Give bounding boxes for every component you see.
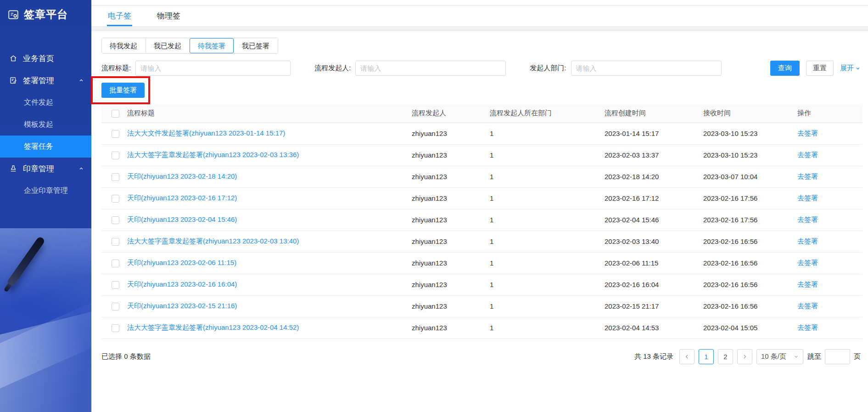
jump-page-input[interactable] xyxy=(825,349,850,364)
initiator-cell: zhiyuan123 xyxy=(412,295,490,317)
tab-physical-sign[interactable]: 物理签 xyxy=(157,6,180,26)
sidebar-item-file-initiate[interactable]: 文件发起 xyxy=(0,91,91,113)
row-checkbox[interactable] xyxy=(112,130,119,138)
header-process-initiator: 流程发起人 xyxy=(412,104,490,123)
header-actions: 操作 xyxy=(797,104,862,123)
department-cell: 1 xyxy=(490,274,605,295)
sidebar-item-enterprise-seal-management[interactable]: 企业印章管理 xyxy=(0,180,91,202)
department-cell: 1 xyxy=(490,317,605,339)
process-title-input[interactable] xyxy=(135,61,291,76)
row-checkbox[interactable] xyxy=(112,324,119,332)
received-time-cell: 2023-03-10 15:23 xyxy=(703,144,797,166)
table-header-row: 流程标题 流程发起人 流程发起人所在部门 流程创建时间 接收时间 操作 xyxy=(101,104,862,123)
go-sign-link[interactable]: 去签署 xyxy=(797,215,818,223)
reset-button[interactable]: 重置 xyxy=(806,61,834,76)
sidebar-item-seal-management[interactable]: 印章管理 xyxy=(0,158,91,180)
created-time-cell: 2023-02-06 11:15 xyxy=(605,252,703,274)
created-time-cell: 2023-02-03 13:37 xyxy=(605,144,703,166)
tab-bar: 电子签 物理签 xyxy=(91,6,868,27)
header-created-time: 流程创建时间 xyxy=(605,104,703,123)
go-sign-link[interactable]: 去签署 xyxy=(797,172,818,180)
table-row: 天印(zhiyuan123 2023-02-15 21:16) zhiyuan1… xyxy=(101,295,862,317)
row-checkbox[interactable] xyxy=(112,173,119,181)
go-sign-link[interactable]: 去签署 xyxy=(797,151,818,158)
department-cell: 1 xyxy=(490,295,605,317)
stamp-icon xyxy=(9,164,17,173)
batch-sign-button[interactable]: 批量签署 xyxy=(101,83,145,98)
jump-to-label: 跳至 xyxy=(807,352,821,361)
go-sign-link[interactable]: 去签署 xyxy=(797,259,818,266)
created-time-cell: 2023-01-14 15:17 xyxy=(605,123,703,144)
process-title-link[interactable]: 法大大签字盖章发起签署(zhiyuan123 2023-02-03 13:36) xyxy=(127,151,412,159)
received-time-cell: 2023-03-10 15:23 xyxy=(703,123,797,144)
page-button-2[interactable]: 2 xyxy=(718,349,733,364)
process-initiator-input[interactable] xyxy=(355,61,506,76)
table-row: 法大大文件发起签署(zhiyuan123 2023-01-14 15:17) z… xyxy=(101,123,862,144)
gray-gap xyxy=(91,27,868,31)
received-time-cell: 2023-02-16 17:56 xyxy=(703,209,797,231)
filter-tab-initiated[interactable]: 我已发起 xyxy=(146,38,190,53)
row-checkbox[interactable] xyxy=(112,195,119,203)
chevron-up-icon[interactable] xyxy=(78,166,84,171)
select-all-checkbox[interactable] xyxy=(112,110,119,118)
received-time-cell: 2023-02-04 15:05 xyxy=(703,317,797,339)
go-sign-link[interactable]: 去签署 xyxy=(797,194,818,202)
process-title-link[interactable]: 法大大文件发起签署(zhiyuan123 2023-01-14 15:17) xyxy=(127,129,412,138)
sidebar-item-home[interactable]: 业务首页 xyxy=(0,47,91,69)
created-time-cell: 2023-02-16 17:12 xyxy=(605,187,703,209)
row-checkbox[interactable] xyxy=(112,238,119,246)
go-sign-link[interactable]: 去签署 xyxy=(797,129,818,137)
go-sign-link[interactable]: 去签署 xyxy=(797,280,818,288)
page-size-select[interactable]: 10 条/页 xyxy=(756,349,803,364)
process-title-link[interactable]: 天印(zhiyuan123 2023-02-06 11:15) xyxy=(127,259,412,267)
row-checkbox[interactable] xyxy=(112,216,119,224)
filter-tab-pending-sign[interactable]: 待我签署 xyxy=(190,38,234,53)
process-title-link[interactable]: 天印(zhiyuan123 2023-02-16 16:04) xyxy=(127,280,412,289)
received-time-cell: 2023-02-16 17:56 xyxy=(703,187,797,209)
filter-tab-pending-initiate[interactable]: 待我发起 xyxy=(102,38,146,53)
filter-segment-group: 待我发起 我已发起 待我签署 我已签署 xyxy=(101,38,278,54)
initiator-cell: zhiyuan123 xyxy=(412,209,490,231)
chevron-up-icon[interactable] xyxy=(78,78,84,83)
sidebar: 签章平台 业务首页 签署管理 文件发起 模板发起 签署任 xyxy=(0,0,91,412)
tab-electronic-sign[interactable]: 电子签 xyxy=(108,6,131,26)
go-sign-link[interactable]: 去签署 xyxy=(797,302,818,310)
expand-toggle[interactable]: 展开 xyxy=(840,64,861,73)
go-sign-link[interactable]: 去签署 xyxy=(797,323,818,331)
process-title-link[interactable]: 天印(zhiyuan123 2023-02-15 21:16) xyxy=(127,302,412,310)
query-button[interactable]: 查询 xyxy=(770,61,800,76)
department-cell: 1 xyxy=(490,252,605,274)
filter-tab-signed[interactable]: 我已签署 xyxy=(234,38,278,53)
sidebar-item-template-initiate[interactable]: 模板发起 xyxy=(0,113,91,135)
process-title-link[interactable]: 天印(zhiyuan123 2023-02-04 15:46) xyxy=(127,215,412,224)
page-button-1[interactable]: 1 xyxy=(699,349,714,364)
row-checkbox[interactable] xyxy=(112,303,119,310)
sidebar-item-sign-management[interactable]: 签署管理 xyxy=(0,69,91,91)
table-footer: 已选择 0 条数据 共 13 条记录 1 2 10 条/页 跳至 xyxy=(101,349,861,364)
process-title-link[interactable]: 天印(zhiyuan123 2023-02-18 14:20) xyxy=(127,172,412,181)
total-records-text: 共 13 条记录 xyxy=(634,352,673,361)
initiator-cell: zhiyuan123 xyxy=(412,231,490,252)
initiator-cell: zhiyuan123 xyxy=(412,166,490,187)
prev-page-button[interactable] xyxy=(679,349,694,364)
process-title-link[interactable]: 天印(zhiyuan123 2023-02-16 17:12) xyxy=(127,194,412,203)
top-divider xyxy=(91,0,868,6)
next-page-button[interactable] xyxy=(737,349,752,364)
table-row: 天印(zhiyuan123 2023-02-06 11:15) zhiyuan1… xyxy=(101,252,862,274)
initiator-cell: zhiyuan123 xyxy=(412,252,490,274)
sidebar-item-sign-tasks[interactable]: 签署任务 xyxy=(0,135,91,158)
created-time-cell: 2023-02-18 14:20 xyxy=(605,166,703,187)
process-title-link[interactable]: 法大大签字盖章发起签署(zhiyuan123 2023-02-04 14:52) xyxy=(127,323,412,332)
go-sign-link[interactable]: 去签署 xyxy=(797,237,818,245)
page-unit-label: 页 xyxy=(854,352,861,361)
initiator-department-input[interactable] xyxy=(571,61,722,76)
row-checkbox[interactable] xyxy=(112,281,119,289)
table-row: 法大大签字盖章发起签署(zhiyuan123 2023-02-03 13:36)… xyxy=(101,144,862,166)
department-cell: 1 xyxy=(490,123,605,144)
process-title-link[interactable]: 法大大签字盖章发起签署(zhiyuan123 2023-02-03 13:40) xyxy=(127,237,412,246)
row-checkbox[interactable] xyxy=(112,260,119,267)
chevron-right-icon xyxy=(742,354,748,360)
home-icon xyxy=(9,54,17,62)
table-row: 天印(zhiyuan123 2023-02-16 17:12) zhiyuan1… xyxy=(101,187,862,209)
row-checkbox[interactable] xyxy=(112,152,119,159)
